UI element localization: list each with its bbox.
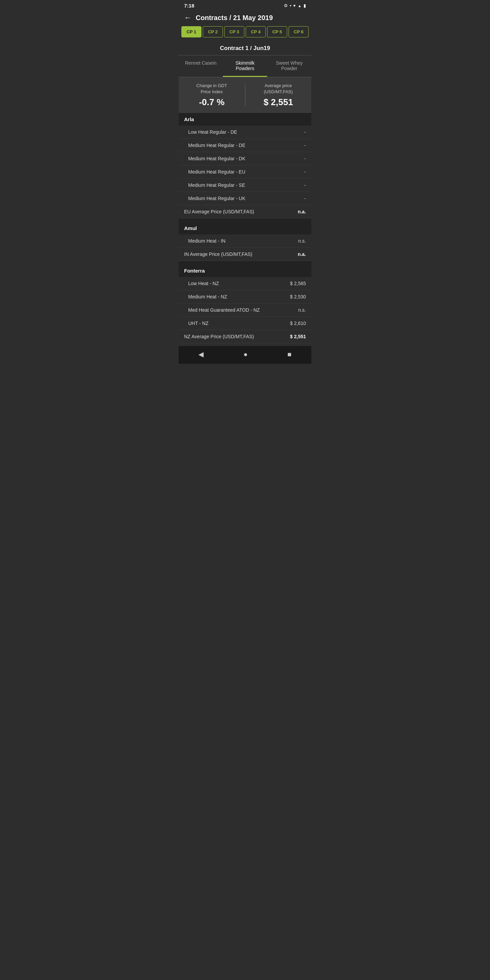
arla-avg-row: EU Average Price (USD/MT,FAS) n.a. [179,205,311,218]
nav-bar: ◀ ● ■ [179,346,311,364]
category-tabs: Rennet Casein SkimmilkPowders Sweet Whey… [179,56,311,77]
arla-row-6-value: - [304,196,306,201]
arla-row-3-value: - [304,156,306,161]
amul-title: Amul [184,225,197,231]
battery-icon: ▮ [304,3,306,8]
arla-header: Arla [179,113,311,126]
fonterra-avg-row: NZ Average Price (USD/MT,FAS) $ 2,551 [179,330,311,343]
fonterra-row-3: Med Heat Guaranteed ATOD - NZ n.s. [179,304,311,317]
arla-row-3-label: Medium Heat Regular - DK [188,156,245,161]
fonterra-row-2-label: Medium Heat - NZ [188,294,227,299]
header: ← Contracts / 21 May 2019 [179,10,311,26]
arla-avg-value: n.a. [298,209,306,215]
cp-tab-4[interactable]: CP 4 [246,26,266,37]
avg-price-value: $ 2,551 [245,97,312,108]
fonterra-header: Fonterra [179,264,311,277]
gdt-label: Change in GDTPrice Index [179,83,245,95]
group-spacer-1 [179,218,311,222]
arla-row-5: Medium Heat Regular - SE - [179,179,311,192]
amul-avg-value: n.a. [298,251,306,257]
nav-home-button[interactable]: ● [243,350,247,358]
back-button[interactable]: ← [184,13,192,22]
arla-row-6: Medium Heat Regular - UK - [179,192,311,205]
fonterra-row-1: Low Heat - NZ $ 2,565 [179,277,311,290]
arla-row-3: Medium Heat Regular - DK - [179,152,311,165]
sim-icon: ▪ [290,3,292,8]
arla-row-2-label: Medium Heat Regular - DE [188,143,245,148]
arla-row-1-value: - [304,129,306,135]
fonterra-row-1-label: Low Heat - NZ [188,281,219,286]
fonterra-title: Fonterra [184,268,205,274]
gdt-stat-block: Change in GDTPrice Index -0.7 % [179,83,245,108]
arla-row-4-value: - [304,169,306,175]
arla-title: Arla [184,116,194,122]
signal-icon: ▲ [298,4,301,8]
arla-row-1-label: Low Heat Regular - DE [188,129,237,135]
contract-title: Contract 1 / Jun19 [179,41,311,55]
fonterra-avg-value: $ 2,551 [290,334,306,339]
cp-tab-5[interactable]: CP 5 [267,26,287,37]
fonterra-row-4-value: $ 2,610 [290,321,306,326]
arla-row-5-value: - [304,182,306,188]
fonterra-row-1-value: $ 2,565 [290,281,306,286]
cp-tab-6[interactable]: CP 6 [288,26,309,37]
cp-tabs: CP 1 CP 2 CP 3 CP 4 CP 5 CP 6 [179,26,311,41]
tab-skimmilk-powders[interactable]: SkimmilkPowders [223,56,267,77]
fonterra-row-4-label: UHT - NZ [188,321,208,326]
nav-recent-button[interactable]: ■ [287,350,291,358]
avg-price-stat-block: Average price(USD/MT,FAS) $ 2,551 [245,83,312,108]
gdt-value: -0.7 % [179,97,245,108]
arla-row-2: Medium Heat Regular - DE - [179,139,311,152]
fonterra-row-3-value: n.s. [298,307,306,313]
arla-row-5-label: Medium Heat Regular - SE [188,182,245,188]
fonterra-row-2-value: $ 2,530 [290,294,306,299]
amul-avg-row: IN Average Price (USD/MT,FAS) n.a. [179,248,311,261]
fonterra-row-3-label: Med Heat Guaranteed ATOD - NZ [188,307,259,313]
arla-row-4-label: Medium Heat Regular - EU [188,169,245,175]
group-spacer-2 [179,261,311,264]
tab-rennet-casein[interactable]: Rennet Casein [179,56,223,77]
cp-tab-2[interactable]: CP 2 [203,26,223,37]
fonterra-avg-label: NZ Average Price (USD/MT,FAS) [184,334,254,339]
arla-row-2-value: - [304,143,306,148]
amul-row-1-value: n.s. [298,238,306,243]
wifi-icon: ▾ [293,3,296,8]
cp-tab-1[interactable]: CP 1 [181,26,202,37]
arla-row-6-label: Medium Heat Regular - UK [188,196,245,201]
arla-row-1: Low Heat Regular - DE - [179,126,311,139]
arla-row-4: Medium Heat Regular - EU - [179,165,311,179]
cp-tab-3[interactable]: CP 3 [224,26,244,37]
amul-row-1-label: Medium Heat - IN [188,238,226,243]
page-title: Contracts / 21 May 2019 [196,14,273,22]
fonterra-row-2: Medium Heat - NZ $ 2,530 [179,290,311,304]
nav-back-button[interactable]: ◀ [198,350,204,358]
amul-row-1: Medium Heat - IN n.s. [179,234,311,248]
status-bar: 7:18 ⚙ ▪ ▾ ▲ ▮ [179,0,311,10]
stats-row: Change in GDTPrice Index -0.7 % Average … [179,77,311,113]
fonterra-row-4: UHT - NZ $ 2,610 [179,317,311,330]
status-icons: ⚙ ▪ ▾ ▲ ▮ [284,3,306,8]
arla-avg-label: EU Average Price (USD/MT,FAS) [184,209,254,215]
avg-price-label: Average price(USD/MT,FAS) [245,83,312,95]
tab-sweet-whey-powder[interactable]: Sweet WheyPowder [267,56,311,77]
amul-avg-label: IN Average Price (USD/MT,FAS) [184,251,252,257]
settings-icon: ⚙ [284,3,288,8]
amul-header: Amul [179,222,311,234]
status-time: 7:18 [184,3,194,8]
